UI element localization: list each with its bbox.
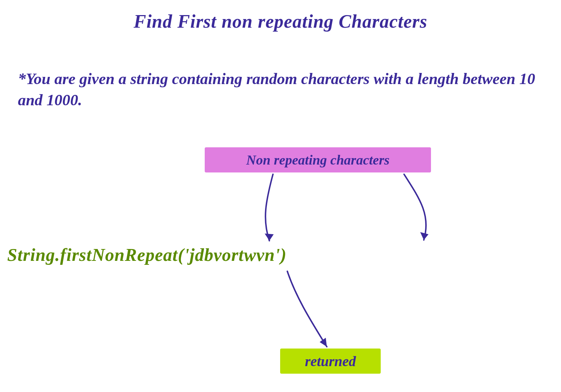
svg-marker-1 xyxy=(420,232,428,240)
arrow-to-j-icon xyxy=(265,174,274,241)
arrow-to-returned-icon xyxy=(287,271,327,347)
diagram-canvas: Find First non repeating Characters *You… xyxy=(0,0,561,392)
label-returned: returned xyxy=(280,349,381,374)
example-call: String.firstNonRepeat('jdbvortwvn') xyxy=(7,244,546,265)
example-prefix: String.firstNonRepeat( xyxy=(7,245,184,265)
arrows-overlay xyxy=(0,0,561,392)
svg-marker-2 xyxy=(320,338,327,347)
label-non-repeating: Non repeating characters xyxy=(205,147,431,172)
arrow-to-n-icon xyxy=(404,174,428,240)
example-suffix: ) xyxy=(280,245,287,265)
diagram-title: Find First non repeating Characters xyxy=(0,11,561,32)
svg-marker-0 xyxy=(265,234,274,241)
example-argument: 'jdbvortwvn' xyxy=(184,245,280,265)
diagram-description: *You are given a string containing rando… xyxy=(18,68,546,111)
